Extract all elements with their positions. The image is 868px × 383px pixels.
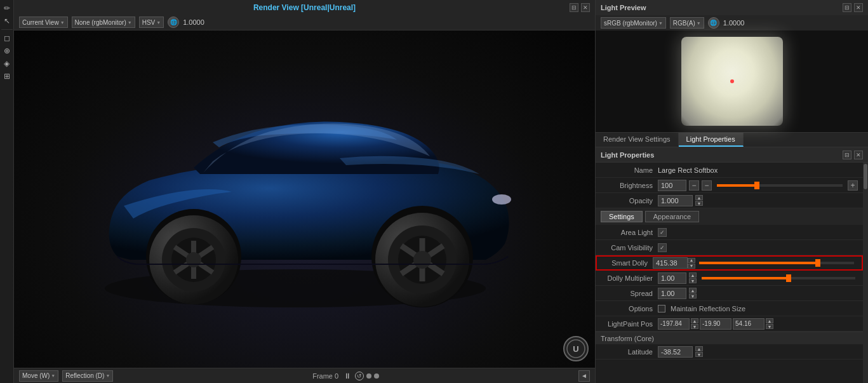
- right-panel: Light Preview ⊟ ✕ sRGB (rgbMonitor) RGB(…: [595, 0, 868, 383]
- dolly-multiplier-input[interactable]: [658, 272, 686, 284]
- softbox-preview: [681, 37, 783, 126]
- viewport-close[interactable]: ✕: [581, 3, 590, 12]
- lightpaint-pos-values: ▲ ▼ ▲ ▼: [658, 318, 858, 330]
- opacity-spin-up[interactable]: ▲: [695, 195, 703, 200]
- properties-scrollable: Name Large Rect Softbox Brightness −: [596, 163, 868, 383]
- area-light-checkbox[interactable]: ✓: [658, 228, 667, 237]
- view-dropdown[interactable]: Current View: [19, 17, 68, 28]
- maintain-reflection-checkbox[interactable]: [658, 305, 665, 312]
- maintain-reflection-label: Maintain Reflection Size: [671, 305, 745, 312]
- smart-dolly-spin-up[interactable]: ▲: [688, 258, 695, 263]
- lat-spin-down[interactable]: ▼: [695, 352, 703, 357]
- toolbar-icon-item4[interactable]: ⊞: [1, 71, 13, 82]
- brightness-slider[interactable]: [717, 184, 843, 187]
- loop-button[interactable]: ↺: [355, 372, 364, 380]
- svg-point-8: [186, 252, 201, 267]
- smart-dolly-input[interactable]: [653, 257, 688, 269]
- brightness-input[interactable]: [658, 180, 686, 191]
- lp-x-down[interactable]: ▼: [691, 324, 698, 329]
- preview-minimize[interactable]: ⊟: [843, 3, 851, 12]
- spread-spin-down[interactable]: ▼: [689, 293, 697, 299]
- properties-content: Name Large Rect Softbox Brightness −: [596, 163, 863, 383]
- viewport-window-controls: ⊟ ✕: [570, 3, 590, 12]
- dot-button1[interactable]: [366, 373, 371, 379]
- ue-logo: U: [563, 336, 589, 361]
- lp-close[interactable]: ✕: [854, 151, 863, 159]
- options-row: Options Maintain Reflection Size: [596, 301, 863, 316]
- smart-dolly-row: Smart Dolly ▲ ▼: [596, 255, 863, 271]
- viewport-container: Render View [Unreal|Unreal] ⊟ ✕ Current …: [14, 0, 595, 383]
- light-preview-header: Light Preview ⊟ ✕: [596, 0, 868, 15]
- viewport-title: Render View [Unreal|Unreal]: [253, 3, 356, 12]
- globe-icon[interactable]: 🌐: [168, 17, 179, 28]
- opacity-label: Opacity: [601, 197, 658, 205]
- opacity-spinner: ▲ ▼: [695, 195, 703, 206]
- spread-value-container: ▲ ▼: [658, 288, 858, 299]
- lp-x-up[interactable]: ▲: [691, 318, 698, 323]
- lightpaint-z-spinner: ▲ ▼: [766, 318, 773, 329]
- spread-row: Spread ▲ ▼: [596, 286, 863, 301]
- cam-visibility-row: Cam Visibility ✓: [596, 240, 863, 255]
- pause-button[interactable]: ⏸: [342, 371, 352, 381]
- tab-light-properties[interactable]: Light Properties: [679, 133, 744, 147]
- appearance-tab[interactable]: Appearance: [645, 211, 699, 222]
- smart-dolly-spin-down[interactable]: ▼: [688, 264, 695, 269]
- lat-spin-up[interactable]: ▲: [695, 346, 703, 351]
- area-light-label: Area Light: [601, 229, 658, 236]
- toolbar-icon-pencil[interactable]: ✏: [1, 3, 13, 14]
- lp-z-up[interactable]: ▲: [766, 318, 773, 323]
- nav-arrow[interactable]: ◄: [578, 370, 590, 382]
- lp-title: Light Properties: [601, 151, 654, 159]
- toolbar-icon-item1[interactable]: ◻: [1, 32, 13, 44]
- svg-point-16: [413, 251, 431, 269]
- dolly-mult-spin-up[interactable]: ▲: [689, 272, 697, 278]
- viewport-controls: Current View None (rgbMonitor) HSV 🌐 1.0…: [14, 15, 595, 30]
- dolly-multiplier-label: Dolly Multiplier: [601, 274, 658, 282]
- smart-dolly-slider[interactable]: [699, 262, 854, 264]
- toolbar-icon-cursor[interactable]: ↖: [1, 15, 13, 27]
- brightness-plus[interactable]: +: [848, 180, 858, 191]
- settings-tab[interactable]: Settings: [601, 211, 643, 222]
- spread-spin-up[interactable]: ▲: [689, 288, 697, 293]
- preview-globe[interactable]: 🌐: [708, 17, 719, 29]
- opacity-input[interactable]: [658, 195, 693, 206]
- dolly-mult-spin-down[interactable]: ▼: [689, 278, 697, 283]
- svg-point-17: [492, 194, 511, 205]
- viewport-canvas[interactable]: U: [14, 30, 595, 368]
- toolbar-icon-item2[interactable]: ⊕: [1, 45, 13, 57]
- preview-channel[interactable]: RGB(A): [670, 17, 704, 29]
- preview-toolbar: sRGB (rgbMonitor) RGB(A) 🌐 1.0000: [596, 15, 868, 30]
- brightness-minus2[interactable]: −: [702, 180, 712, 191]
- lightpaint-y-input[interactable]: [700, 318, 731, 330]
- dolly-multiplier-slider[interactable]: [702, 277, 855, 279]
- opacity-row: Opacity ▲ ▼: [596, 193, 863, 208]
- opacity-spin-down[interactable]: ▼: [695, 201, 703, 206]
- properties-scrollbar[interactable]: [863, 163, 868, 383]
- light-preview-section: Light Preview ⊟ ✕ sRGB (rgbMonitor) RGB(…: [596, 0, 868, 133]
- color-mode-dropdown[interactable]: HSV: [139, 17, 164, 28]
- spread-input[interactable]: [658, 288, 686, 299]
- name-row: Name Large Rect Softbox: [596, 163, 863, 178]
- move-mode-dropdown[interactable]: Move (W): [19, 370, 58, 382]
- lightpaint-x-input[interactable]: [658, 318, 690, 330]
- color-profile-dropdown[interactable]: None (rgbMonitor): [72, 17, 135, 28]
- toolbar-icon-separator: [1, 29, 13, 30]
- preview-close[interactable]: ✕: [854, 3, 863, 12]
- name-label: Name: [601, 166, 658, 174]
- toolbar-icon-item3[interactable]: ◈: [1, 58, 13, 69]
- latitude-input[interactable]: [658, 346, 693, 358]
- tab-render-view-settings[interactable]: Render View Settings: [596, 133, 679, 147]
- cam-visibility-checkbox[interactable]: ✓: [658, 243, 667, 252]
- area-light-value: ✓: [658, 228, 858, 237]
- preview-color-profile[interactable]: sRGB (rgbMonitor): [601, 17, 666, 29]
- lp-minimize[interactable]: ⊟: [843, 151, 851, 159]
- lightpaint-z-input[interactable]: [733, 318, 765, 330]
- brightness-value-container: − − +: [658, 180, 858, 191]
- latitude-spinner: ▲ ▼: [695, 346, 703, 357]
- reflection-mode-dropdown[interactable]: Reflection (D): [62, 370, 113, 382]
- viewport-minimize[interactable]: ⊟: [570, 3, 578, 12]
- lp-z-down[interactable]: ▼: [766, 324, 773, 329]
- viewport-header: Render View [Unreal|Unreal] ⊟ ✕ Current …: [14, 0, 595, 30]
- brightness-minus[interactable]: −: [689, 180, 699, 191]
- dot-button2[interactable]: [374, 373, 379, 379]
